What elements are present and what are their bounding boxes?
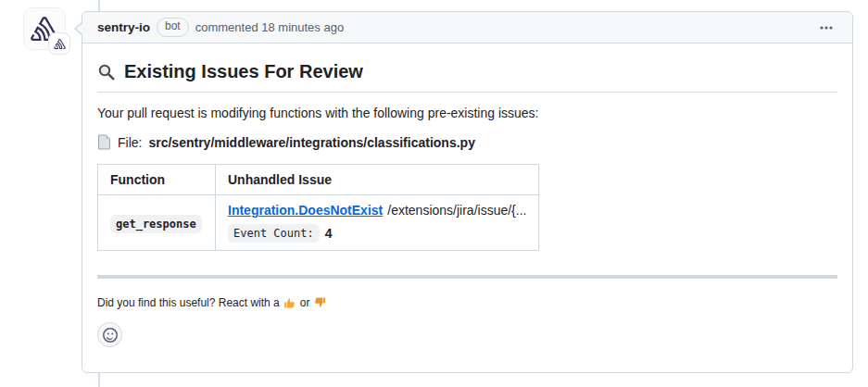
event-count-label: Event Count:	[228, 224, 320, 243]
issue-path: /extensions/jira/issue/{...	[387, 203, 526, 218]
feedback-middle: or	[300, 296, 310, 309]
issues-title: Existing Issues For Review	[97, 61, 837, 93]
thumbs-down-icon	[309, 296, 330, 309]
issues-table: Function Unhandled Issue get_response In…	[97, 164, 539, 251]
function-code: get_response	[110, 215, 202, 233]
issue-cell: Integration.DoesNotExist/extensions/jira…	[216, 195, 539, 251]
sentry-logo-icon	[54, 39, 66, 49]
issues-title-text: Existing Issues For Review	[124, 61, 363, 82]
avatar[interactable]	[23, 7, 66, 50]
comment-timestamp: commented 18 minutes ago	[195, 20, 344, 34]
comment-header: sentry-io bot commented 18 minutes ago	[82, 12, 852, 44]
kebab-menu-button[interactable]	[815, 17, 837, 39]
avatar-badge	[49, 33, 69, 54]
table-row: get_response Integration.DoesNotExist/ex…	[98, 195, 539, 251]
function-cell: get_response	[98, 195, 216, 251]
issue-link[interactable]: Integration.DoesNotExist	[228, 203, 383, 218]
intro-text: Your pull request is modifying functions…	[97, 106, 837, 120]
kebab-horizontal-icon	[819, 20, 834, 35]
feedback-text: Did you find this useful? React with a o…	[97, 296, 837, 309]
table-header-function: Function	[98, 165, 216, 195]
page-icon	[97, 134, 111, 150]
smiley-icon	[103, 328, 118, 343]
feedback-prefix: Did you find this useful? React with a	[97, 296, 280, 309]
thumbs-up-icon	[280, 296, 300, 309]
comment-body: Existing Issues For Review Your pull req…	[82, 44, 852, 362]
search-icon	[97, 63, 116, 81]
add-reaction-button[interactable]	[97, 322, 122, 347]
pull-request-timeline: sentry-io bot commented 18 minutes ago	[0, 0, 868, 387]
file-label: File:	[118, 135, 142, 150]
issue-line: Integration.DoesNotExist/extensions/jira…	[228, 203, 526, 218]
comment-card: sentry-io bot commented 18 minutes ago	[82, 11, 853, 373]
table-header-row: Function Unhandled Issue	[98, 165, 539, 195]
bot-badge: bot	[157, 18, 189, 37]
author-login[interactable]: sentry-io	[97, 20, 150, 34]
file-path: src/sentry/middleware/integrations/class…	[148, 135, 474, 150]
event-count-value: 4	[325, 226, 333, 241]
file-line: File: src/sentry/middleware/integrations…	[97, 134, 837, 150]
table-header-issue: Unhandled Issue	[216, 165, 539, 195]
event-count-line: Event Count: 4	[228, 224, 526, 243]
divider	[97, 275, 837, 279]
